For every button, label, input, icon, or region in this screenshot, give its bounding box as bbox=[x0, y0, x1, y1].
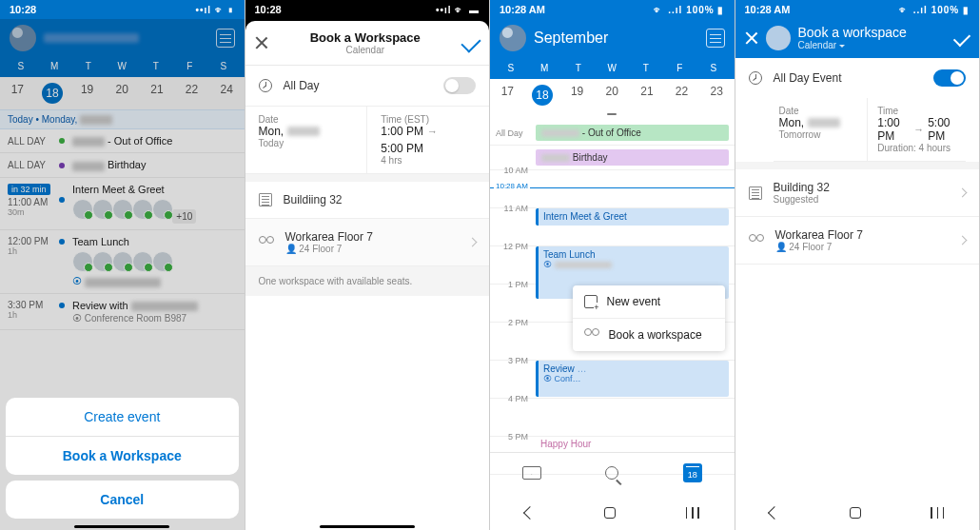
action-sheet: Create event Book a Workspace Cancel bbox=[6, 398, 239, 524]
workarea-title: Workarea Floor 7 bbox=[775, 228, 863, 242]
building-row[interactable]: Buildiing 32 bbox=[245, 182, 490, 219]
avatar[interactable] bbox=[500, 25, 526, 51]
date-picker: Date Mon, Tomorrow bbox=[774, 98, 868, 161]
date-row[interactable]: 17 18 1920212223 bbox=[490, 79, 735, 111]
screen-android-book-workspace: 10:28 AM ᯤ ..ıl 100% ▮ Book a workspace … bbox=[735, 0, 981, 530]
people-icon bbox=[259, 237, 274, 248]
date-picker: Date Mon, Today bbox=[245, 107, 367, 173]
calendar-picker[interactable]: Calendar bbox=[798, 40, 907, 50]
clock: 10:28 bbox=[255, 4, 282, 15]
nav-home-icon[interactable] bbox=[850, 507, 861, 519]
workarea-row[interactable]: Workarea Floor 7 👤 24 Floor 7 bbox=[245, 219, 490, 266]
allday-toggle-row[interactable]: All Day Event bbox=[735, 58, 980, 98]
hint-text: One workspace with available seats. bbox=[245, 266, 490, 296]
close-icon[interactable] bbox=[745, 31, 758, 45]
clock-icon bbox=[749, 71, 762, 85]
nav-recents-icon[interactable] bbox=[686, 507, 699, 519]
action-book-workspace[interactable]: Book a Workspace bbox=[6, 436, 239, 475]
building-label: Building 32 bbox=[774, 181, 830, 194]
workarea-title: Workarea Floor 7 bbox=[285, 230, 373, 244]
close-icon[interactable] bbox=[255, 36, 268, 49]
status-bar: 10:28 AM ᯤ ..ıl 100% ▮ bbox=[490, 0, 735, 19]
avatar[interactable] bbox=[766, 26, 791, 50]
calendar-tab-icon[interactable]: 18 bbox=[683, 463, 702, 482]
status-icons: ᯤ ..ıl 100% ▮ bbox=[654, 5, 724, 15]
clock: 10:28 AM bbox=[500, 4, 545, 15]
status-bar: 10:28 ••ıl ᯤ ▬ bbox=[245, 0, 490, 19]
building-sub: Suggested bbox=[774, 194, 830, 205]
modal-subtitle: Calendar bbox=[268, 45, 463, 55]
building-icon bbox=[749, 186, 762, 200]
allday-switch[interactable] bbox=[443, 77, 476, 94]
action-cancel[interactable]: Cancel bbox=[6, 481, 239, 519]
screen-ios-book-workspace: 10:28 ••ıl ᯤ ▬ Book a Workspace Calendar… bbox=[245, 0, 491, 530]
fab-new-event[interactable]: New event bbox=[573, 285, 725, 318]
workarea-sub: 24 Floor 7 bbox=[299, 244, 342, 254]
page-title: Book a workspace bbox=[798, 25, 907, 40]
clock: 10:28 bbox=[10, 4, 36, 15]
time-picker: Time (EST) 1:00 PM→5:00 PM 4 hrs bbox=[366, 107, 489, 173]
screen-ios-calendar: 10:28 ••ıl ᯤ ▮ SMTWTFS 17 18 1920212224 … bbox=[0, 0, 245, 530]
modal-titlebar: Book a Workspace Calendar bbox=[245, 21, 490, 66]
event-intern[interactable]: Intern Meet & Greet bbox=[536, 208, 729, 226]
workarea-sub: 24 Floor 7 bbox=[789, 242, 832, 252]
chevron-right-icon bbox=[958, 236, 968, 245]
datetime-row[interactable]: Date Mon, Today Time (EST) 1:00 PM→5:00 … bbox=[245, 107, 490, 174]
drag-handle[interactable] bbox=[607, 113, 617, 115]
workarea-row[interactable]: Workarea Floor 7 👤 24 Floor 7 bbox=[735, 217, 980, 265]
clock-icon bbox=[259, 79, 272, 92]
android-nav-bar bbox=[490, 496, 735, 530]
action-create-event[interactable]: Create event bbox=[6, 398, 239, 436]
clock: 10:28 AM bbox=[745, 4, 791, 15]
chevron-right-icon bbox=[468, 238, 478, 247]
allday-row: All Day - Out of Office bbox=[490, 121, 735, 146]
event-review[interactable]: Review …⦿ Conf… bbox=[536, 361, 729, 397]
chevron-right-icon bbox=[958, 188, 968, 198]
month-title[interactable]: September bbox=[534, 29, 608, 47]
status-icons: ••ıl ᯤ ▬ bbox=[436, 5, 480, 15]
allday-label: All Day Event bbox=[774, 71, 842, 85]
confirm-check-icon[interactable] bbox=[953, 29, 970, 46]
status-bar: 10:28 AM ᯤ ..ıl 100% ▮ bbox=[735, 0, 980, 19]
weekday-row: SMTWTFS bbox=[490, 59, 735, 79]
status-icons: ᯤ ..ıl 100% ▮ bbox=[899, 5, 970, 15]
datetime-row[interactable]: Date Mon, Tomorrow Time 1:00 PM→5:00 PM … bbox=[774, 98, 967, 162]
time-picker: Time 1:00 PM→5:00 PM Duration: 4 hours bbox=[867, 98, 966, 161]
building-label: Buildiing 32 bbox=[284, 193, 343, 206]
allday-label: All Day bbox=[284, 79, 320, 92]
status-icons: ••ıl ᯤ ▮ bbox=[195, 5, 234, 15]
home-indicator bbox=[74, 525, 169, 528]
home-indicator bbox=[320, 525, 415, 528]
event-happy-hour[interactable]: Happy Hour bbox=[536, 437, 729, 451]
allday-event-1[interactable]: - Out of Office bbox=[536, 125, 729, 141]
allday-switch[interactable] bbox=[933, 69, 966, 87]
fab-book-workspace[interactable]: Book a workspace bbox=[573, 318, 725, 351]
building-icon bbox=[259, 193, 272, 206]
nav-recents-icon[interactable] bbox=[931, 507, 944, 519]
allday-toggle-row[interactable]: All Day bbox=[245, 66, 490, 107]
people-icon bbox=[584, 329, 599, 341]
people-icon bbox=[749, 235, 764, 246]
now-indicator: 10:28 AM bbox=[490, 187, 735, 188]
nav-back-icon[interactable] bbox=[523, 506, 537, 520]
screen-android-calendar: 10:28 AM ᯤ ..ıl 100% ▮ September SMTWTFS… bbox=[490, 0, 735, 530]
mail-tab-icon[interactable] bbox=[522, 466, 541, 480]
calendar-plus-icon bbox=[584, 295, 598, 308]
allday-event-2[interactable]: Birthday bbox=[536, 149, 729, 166]
agenda-view-icon[interactable] bbox=[706, 29, 725, 48]
confirm-check-icon[interactable] bbox=[461, 32, 480, 52]
android-nav-bar bbox=[735, 496, 980, 530]
fab-menu: New event Book a workspace bbox=[573, 285, 725, 351]
search-tab-icon[interactable] bbox=[605, 466, 618, 480]
nav-back-icon[interactable] bbox=[768, 506, 781, 520]
nav-home-icon[interactable] bbox=[604, 507, 616, 519]
building-row[interactable]: Building 32 Suggested bbox=[735, 169, 980, 217]
date-selected: 18 bbox=[525, 85, 560, 106]
bottom-tab-bar: 18 bbox=[490, 452, 735, 492]
status-bar: 10:28 ••ıl ᯤ ▮ bbox=[0, 0, 245, 19]
modal-title: Book a Workspace bbox=[268, 30, 463, 45]
